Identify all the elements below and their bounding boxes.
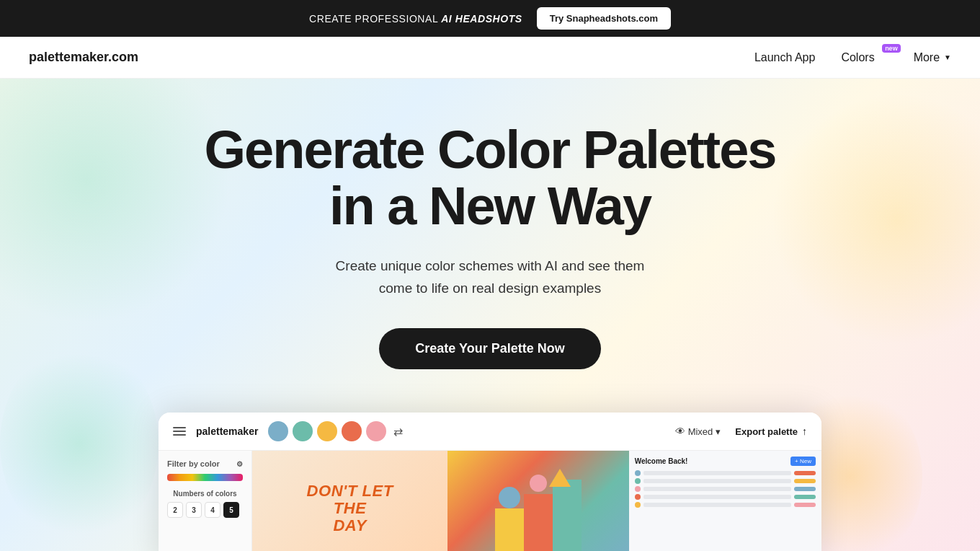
hero-subtitle: Create unique color schemes with AI and … [159,255,821,299]
palette-swatches: ⇄ [268,421,403,441]
color-spectrum-bar[interactable] [167,474,243,481]
export-palette-button[interactable]: Export palette ↑ [735,426,807,437]
svg-point-3 [499,487,520,508]
site-logo[interactable]: palettemaker.com [29,50,138,65]
ui-line-3 [643,487,791,491]
app-body: Filter by color ⚙ Numbers of colors 2 3 … [159,451,821,551]
ui-line-5 [643,503,791,507]
hero-section: Generate Color Palettes in a New Way Cre… [0,79,980,551]
count-3-button[interactable]: 3 [186,502,202,518]
ui-line-4 [643,495,791,499]
count-5-button[interactable]: 5 [223,502,239,518]
svg-rect-0 [495,508,524,551]
ui-tag-1 [794,471,816,475]
swatch-3[interactable] [317,421,337,441]
ui-tag-5 [794,503,816,507]
nav-more[interactable]: More ▼ [914,51,951,64]
shuffle-icon[interactable]: ⇄ [393,425,403,438]
ui-line-1 [643,471,791,475]
ui-dot-5 [635,502,641,508]
hero-title: Generate Color Palettes in a New Way [159,122,821,234]
new-badge: new [882,44,901,53]
swatch-1[interactable] [268,421,288,441]
app-toolbar: palettemaker ⇄ 👁 Mixed ▾ [159,413,821,451]
filter-panel: Filter by color ⚙ Numbers of colors 2 3 … [159,451,252,551]
ui-tag-4 [794,495,816,499]
ui-dot-2 [635,478,641,484]
swatch-4[interactable] [342,421,362,441]
preview-card-2 [447,451,628,551]
count-2-button[interactable]: 2 [167,502,183,518]
top-banner: CREATE PROFESSIONAL AI HEADSHOTS Try Sna… [0,0,980,37]
swatch-5[interactable] [366,421,386,441]
geometric-illustration [495,465,582,551]
try-snapheadshots-button[interactable]: Try Snapheadshots.com [537,7,671,30]
mixed-dropdown[interactable]: 👁 Mixed ▾ [675,426,721,437]
svg-marker-5 [549,469,571,487]
banner-bold: AI HEADSHOTS [441,13,522,25]
chevron-down-icon: ▼ [944,53,951,61]
ui-card-row-3 [635,486,816,492]
svg-point-4 [530,475,547,492]
filter-by-color-label: Filter by color ⚙ [167,459,243,468]
ui-card-row-2 [635,478,816,484]
preview-cards: DON'T LETTHEDAY [252,451,821,551]
main-nav: palettemaker.com Launch App Colors new M… [0,37,980,79]
ui-card-btn: + New [790,457,816,466]
ui-card-header: Welcome Back! + New [635,457,816,466]
ui-tag-3 [794,487,816,491]
eye-icon: 👁 [675,426,685,437]
ui-line-2 [643,479,791,483]
ui-card-row-1 [635,470,816,476]
app-logo-text: palettemaker [196,426,258,437]
count-4-button[interactable]: 4 [205,502,220,518]
card-text-art: DON'T LETTHEDAY [307,482,393,535]
chevron-small-icon: ▾ [716,426,721,437]
svg-rect-1 [524,494,553,551]
hero-content: Generate Color Palettes in a New Way Cre… [159,122,821,551]
app-bar-left: palettemaker ⇄ [173,421,403,441]
ui-card-row-5 [635,502,816,508]
ui-card-row-4 [635,494,816,500]
svg-rect-2 [553,480,582,551]
sliders-icon[interactable]: ⚙ [236,460,243,468]
preview-card-1: DON'T LETTHEDAY [252,451,447,551]
banner-text: CREATE PROFESSIONAL AI HEADSHOTS [309,13,522,25]
swatch-2[interactable] [293,421,313,441]
nav-launch-app[interactable]: Launch App [754,51,816,64]
create-palette-button[interactable]: Create Your Palette Now [379,328,600,369]
count-buttons: 2 3 4 5 [167,502,243,518]
hamburger-icon[interactable] [173,427,186,436]
filter-count-label: Numbers of colors [167,490,243,498]
nav-colors[interactable]: Colors new [841,51,887,64]
ui-dot-3 [635,486,641,492]
ui-dot-4 [635,494,641,500]
nav-links: Launch App Colors new More ▼ [754,51,951,64]
blob-left [0,343,159,545]
app-preview: palettemaker ⇄ 👁 Mixed ▾ [159,413,821,551]
ui-tag-2 [794,479,816,483]
ui-card-title: Welcome Back! [635,457,688,465]
ui-dot-1 [635,470,641,476]
preview-card-3: Welcome Back! + New [629,451,821,551]
app-bar-right: 👁 Mixed ▾ Export palette ↑ [675,426,807,437]
upload-icon: ↑ [802,426,807,437]
